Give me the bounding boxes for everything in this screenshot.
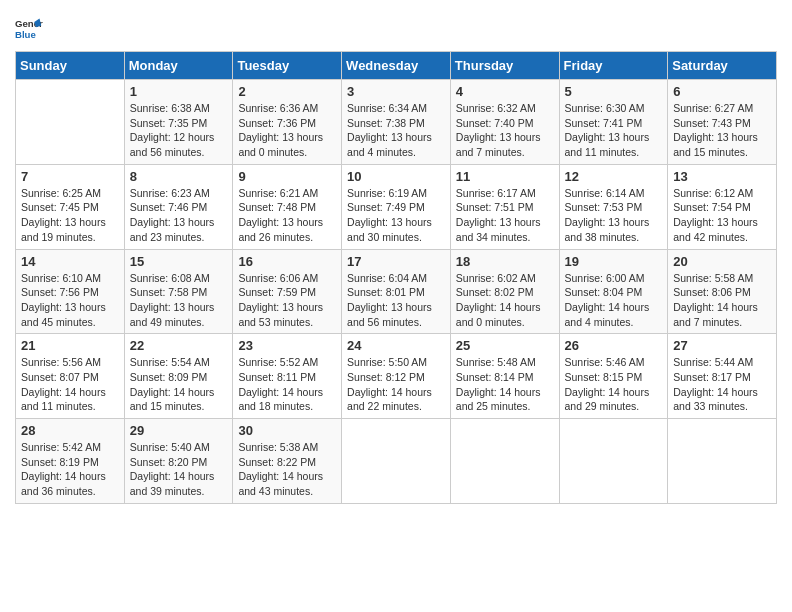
day-info: Sunrise: 6:06 AM Sunset: 7:59 PM Dayligh…	[238, 271, 336, 330]
day-number: 3	[347, 84, 445, 99]
day-info: Sunrise: 5:38 AM Sunset: 8:22 PM Dayligh…	[238, 440, 336, 499]
day-cell: 15Sunrise: 6:08 AM Sunset: 7:58 PM Dayli…	[124, 249, 233, 334]
day-number: 4	[456, 84, 554, 99]
day-number: 24	[347, 338, 445, 353]
header-row: SundayMondayTuesdayWednesdayThursdayFrid…	[16, 52, 777, 80]
day-info: Sunrise: 6:19 AM Sunset: 7:49 PM Dayligh…	[347, 186, 445, 245]
day-number: 22	[130, 338, 228, 353]
day-cell: 18Sunrise: 6:02 AM Sunset: 8:02 PM Dayli…	[450, 249, 559, 334]
day-info: Sunrise: 6:32 AM Sunset: 7:40 PM Dayligh…	[456, 101, 554, 160]
day-info: Sunrise: 6:02 AM Sunset: 8:02 PM Dayligh…	[456, 271, 554, 330]
day-cell: 21Sunrise: 5:56 AM Sunset: 8:07 PM Dayli…	[16, 334, 125, 419]
day-number: 9	[238, 169, 336, 184]
day-info: Sunrise: 6:25 AM Sunset: 7:45 PM Dayligh…	[21, 186, 119, 245]
day-cell: 4Sunrise: 6:32 AM Sunset: 7:40 PM Daylig…	[450, 80, 559, 165]
day-info: Sunrise: 6:14 AM Sunset: 7:53 PM Dayligh…	[565, 186, 663, 245]
day-cell: 26Sunrise: 5:46 AM Sunset: 8:15 PM Dayli…	[559, 334, 668, 419]
week-row-3: 14Sunrise: 6:10 AM Sunset: 7:56 PM Dayli…	[16, 249, 777, 334]
day-cell: 28Sunrise: 5:42 AM Sunset: 8:19 PM Dayli…	[16, 419, 125, 504]
day-cell	[668, 419, 777, 504]
day-cell: 14Sunrise: 6:10 AM Sunset: 7:56 PM Dayli…	[16, 249, 125, 334]
day-cell: 20Sunrise: 5:58 AM Sunset: 8:06 PM Dayli…	[668, 249, 777, 334]
day-number: 23	[238, 338, 336, 353]
day-cell: 13Sunrise: 6:12 AM Sunset: 7:54 PM Dayli…	[668, 164, 777, 249]
day-number: 12	[565, 169, 663, 184]
day-info: Sunrise: 6:00 AM Sunset: 8:04 PM Dayligh…	[565, 271, 663, 330]
logo: General Blue	[15, 15, 47, 43]
col-header-thursday: Thursday	[450, 52, 559, 80]
day-cell: 22Sunrise: 5:54 AM Sunset: 8:09 PM Dayli…	[124, 334, 233, 419]
col-header-monday: Monday	[124, 52, 233, 80]
day-number: 5	[565, 84, 663, 99]
day-info: Sunrise: 5:52 AM Sunset: 8:11 PM Dayligh…	[238, 355, 336, 414]
day-number: 27	[673, 338, 771, 353]
week-row-4: 21Sunrise: 5:56 AM Sunset: 8:07 PM Dayli…	[16, 334, 777, 419]
day-info: Sunrise: 5:42 AM Sunset: 8:19 PM Dayligh…	[21, 440, 119, 499]
day-cell: 29Sunrise: 5:40 AM Sunset: 8:20 PM Dayli…	[124, 419, 233, 504]
day-info: Sunrise: 6:21 AM Sunset: 7:48 PM Dayligh…	[238, 186, 336, 245]
day-info: Sunrise: 6:38 AM Sunset: 7:35 PM Dayligh…	[130, 101, 228, 160]
day-info: Sunrise: 5:46 AM Sunset: 8:15 PM Dayligh…	[565, 355, 663, 414]
day-info: Sunrise: 6:04 AM Sunset: 8:01 PM Dayligh…	[347, 271, 445, 330]
day-info: Sunrise: 6:17 AM Sunset: 7:51 PM Dayligh…	[456, 186, 554, 245]
day-number: 20	[673, 254, 771, 269]
day-number: 18	[456, 254, 554, 269]
day-number: 19	[565, 254, 663, 269]
day-info: Sunrise: 5:50 AM Sunset: 8:12 PM Dayligh…	[347, 355, 445, 414]
day-info: Sunrise: 6:34 AM Sunset: 7:38 PM Dayligh…	[347, 101, 445, 160]
col-header-saturday: Saturday	[668, 52, 777, 80]
day-cell	[342, 419, 451, 504]
week-row-1: 1Sunrise: 6:38 AM Sunset: 7:35 PM Daylig…	[16, 80, 777, 165]
day-cell: 16Sunrise: 6:06 AM Sunset: 7:59 PM Dayli…	[233, 249, 342, 334]
day-number: 2	[238, 84, 336, 99]
day-cell: 8Sunrise: 6:23 AM Sunset: 7:46 PM Daylig…	[124, 164, 233, 249]
day-number: 25	[456, 338, 554, 353]
day-info: Sunrise: 6:27 AM Sunset: 7:43 PM Dayligh…	[673, 101, 771, 160]
week-row-2: 7Sunrise: 6:25 AM Sunset: 7:45 PM Daylig…	[16, 164, 777, 249]
day-cell: 30Sunrise: 5:38 AM Sunset: 8:22 PM Dayli…	[233, 419, 342, 504]
day-cell: 10Sunrise: 6:19 AM Sunset: 7:49 PM Dayli…	[342, 164, 451, 249]
day-cell: 5Sunrise: 6:30 AM Sunset: 7:41 PM Daylig…	[559, 80, 668, 165]
day-cell: 25Sunrise: 5:48 AM Sunset: 8:14 PM Dayli…	[450, 334, 559, 419]
day-cell: 24Sunrise: 5:50 AM Sunset: 8:12 PM Dayli…	[342, 334, 451, 419]
day-cell: 7Sunrise: 6:25 AM Sunset: 7:45 PM Daylig…	[16, 164, 125, 249]
col-header-tuesday: Tuesday	[233, 52, 342, 80]
logo-icon: General Blue	[15, 15, 43, 43]
day-number: 17	[347, 254, 445, 269]
day-info: Sunrise: 5:40 AM Sunset: 8:20 PM Dayligh…	[130, 440, 228, 499]
day-info: Sunrise: 6:30 AM Sunset: 7:41 PM Dayligh…	[565, 101, 663, 160]
day-cell: 6Sunrise: 6:27 AM Sunset: 7:43 PM Daylig…	[668, 80, 777, 165]
day-number: 8	[130, 169, 228, 184]
day-cell	[450, 419, 559, 504]
day-cell	[559, 419, 668, 504]
day-info: Sunrise: 6:10 AM Sunset: 7:56 PM Dayligh…	[21, 271, 119, 330]
day-cell: 2Sunrise: 6:36 AM Sunset: 7:36 PM Daylig…	[233, 80, 342, 165]
day-cell: 23Sunrise: 5:52 AM Sunset: 8:11 PM Dayli…	[233, 334, 342, 419]
day-number: 28	[21, 423, 119, 438]
day-number: 6	[673, 84, 771, 99]
day-cell: 17Sunrise: 6:04 AM Sunset: 8:01 PM Dayli…	[342, 249, 451, 334]
day-number: 16	[238, 254, 336, 269]
day-info: Sunrise: 5:44 AM Sunset: 8:17 PM Dayligh…	[673, 355, 771, 414]
day-info: Sunrise: 6:36 AM Sunset: 7:36 PM Dayligh…	[238, 101, 336, 160]
day-cell: 27Sunrise: 5:44 AM Sunset: 8:17 PM Dayli…	[668, 334, 777, 419]
day-number: 10	[347, 169, 445, 184]
day-info: Sunrise: 5:56 AM Sunset: 8:07 PM Dayligh…	[21, 355, 119, 414]
col-header-sunday: Sunday	[16, 52, 125, 80]
day-number: 30	[238, 423, 336, 438]
day-cell: 1Sunrise: 6:38 AM Sunset: 7:35 PM Daylig…	[124, 80, 233, 165]
day-cell: 9Sunrise: 6:21 AM Sunset: 7:48 PM Daylig…	[233, 164, 342, 249]
day-info: Sunrise: 6:08 AM Sunset: 7:58 PM Dayligh…	[130, 271, 228, 330]
day-info: Sunrise: 6:23 AM Sunset: 7:46 PM Dayligh…	[130, 186, 228, 245]
page-header: General Blue	[15, 15, 777, 43]
day-cell: 11Sunrise: 6:17 AM Sunset: 7:51 PM Dayli…	[450, 164, 559, 249]
calendar-table: SundayMondayTuesdayWednesdayThursdayFrid…	[15, 51, 777, 504]
day-cell: 19Sunrise: 6:00 AM Sunset: 8:04 PM Dayli…	[559, 249, 668, 334]
day-number: 7	[21, 169, 119, 184]
day-number: 13	[673, 169, 771, 184]
day-info: Sunrise: 6:12 AM Sunset: 7:54 PM Dayligh…	[673, 186, 771, 245]
day-number: 11	[456, 169, 554, 184]
day-info: Sunrise: 5:54 AM Sunset: 8:09 PM Dayligh…	[130, 355, 228, 414]
day-info: Sunrise: 5:48 AM Sunset: 8:14 PM Dayligh…	[456, 355, 554, 414]
week-row-5: 28Sunrise: 5:42 AM Sunset: 8:19 PM Dayli…	[16, 419, 777, 504]
